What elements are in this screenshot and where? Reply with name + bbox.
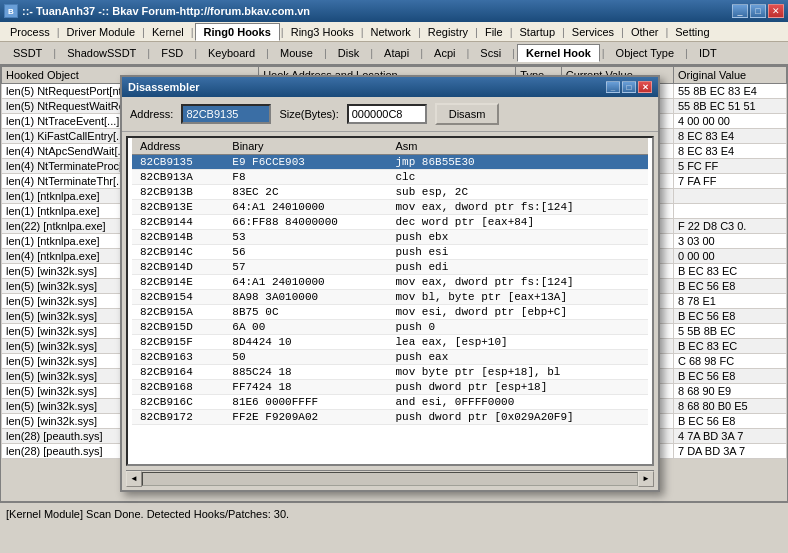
- disasm-row[interactable]: 82CB913E64:A1 24010000mov eax, dword ptr…: [132, 200, 648, 215]
- menu-registry[interactable]: Registry: [422, 24, 474, 40]
- dialog-close-button[interactable]: ✕: [638, 81, 652, 93]
- close-button[interactable]: ✕: [768, 4, 784, 18]
- toolbar-row1: SSDT | ShadowSSDT | FSD | Keyboard | Mou…: [0, 42, 788, 65]
- menu-bar: Process | Driver Module | Kernel | Ring0…: [0, 22, 788, 42]
- col-original-value: Original Value: [673, 67, 786, 84]
- menu-driver-module[interactable]: Driver Module: [61, 24, 141, 40]
- disasm-row[interactable]: 82CB9164885C24 18mov byte ptr [esp+18], …: [132, 365, 648, 380]
- menu-services[interactable]: Services: [566, 24, 620, 40]
- title-bar-controls: _ □ ✕: [732, 4, 784, 18]
- menu-startup[interactable]: Startup: [514, 24, 561, 40]
- disasm-row[interactable]: 82CB9135E9 F6CCE903jmp 86B55E30: [132, 155, 648, 170]
- status-bar: [Kernel Module] Scan Done. Detected Hook…: [0, 502, 788, 524]
- dialog-title-bar: Disassembler _ □ ✕: [122, 77, 658, 97]
- dialog-title-controls: _ □ ✕: [606, 81, 652, 93]
- dialog-title-text: Disassembler: [128, 81, 200, 93]
- disasm-row[interactable]: 82CB916C81E6 0000FFFFand esi, 0FFFF0000: [132, 395, 648, 410]
- disasm-row[interactable]: 82CB9172FF2E F9209A02push dword ptr [0x0…: [132, 410, 648, 425]
- disasm-col-binary: Binary: [224, 138, 387, 155]
- tab-keyboard[interactable]: Keyboard: [199, 44, 264, 62]
- tab-ssdt[interactable]: SSDT: [4, 44, 51, 62]
- horizontal-scrollbar[interactable]: ◄ ►: [126, 470, 654, 486]
- dialog-maximize-button[interactable]: □: [622, 81, 636, 93]
- scroll-left-button[interactable]: ◄: [126, 471, 142, 487]
- disasm-row[interactable]: 82CB914C56push esi: [132, 245, 648, 260]
- disasm-row[interactable]: 82CB914E64:A1 24010000mov eax, dword ptr…: [132, 275, 648, 290]
- disasm-col-address: Address: [132, 138, 224, 155]
- scroll-right-button[interactable]: ►: [638, 471, 654, 487]
- disasm-row[interactable]: 82CB914D57push edi: [132, 260, 648, 275]
- tab-object-type[interactable]: Object Type: [607, 44, 684, 62]
- address-label: Address:: [130, 108, 173, 120]
- menu-network[interactable]: Network: [365, 24, 417, 40]
- address-input[interactable]: [181, 104, 271, 124]
- menu-ring3-hooks[interactable]: Ring3 Hooks: [285, 24, 360, 40]
- scrollbar-track[interactable]: [142, 472, 638, 486]
- disasm-col-asm: Asm: [387, 138, 648, 155]
- window-title: ::- TuanAnh37 -:: Bkav Forum-http://foru…: [22, 5, 310, 17]
- minimize-button[interactable]: _: [732, 4, 748, 18]
- dialog-toolbar: Address: Size(Bytes): Disasm: [122, 97, 658, 132]
- disasm-row[interactable]: 82CB91548A98 3A010000mov bl, byte ptr [e…: [132, 290, 648, 305]
- menu-kernel[interactable]: Kernel: [146, 24, 190, 40]
- menu-ring0-hooks[interactable]: Ring0 Hooks: [195, 23, 280, 41]
- tab-kernel-hook[interactable]: Kernel Hook: [517, 44, 600, 62]
- size-input[interactable]: [347, 104, 427, 124]
- tab-idt[interactable]: IDT: [690, 44, 726, 62]
- tab-disk[interactable]: Disk: [329, 44, 368, 62]
- disasm-table: Address Binary Asm 82CB9135E9 F6CCE903jm…: [132, 138, 648, 425]
- disasm-row[interactable]: 82CB916350push eax: [132, 350, 648, 365]
- disasm-row[interactable]: 82CB915F8D4424 10lea eax, [esp+10]: [132, 335, 648, 350]
- disassembler-dialog: Disassembler _ □ ✕ Address: Size(Bytes):…: [120, 75, 660, 492]
- menu-file[interactable]: File: [479, 24, 509, 40]
- menu-other[interactable]: Other: [625, 24, 665, 40]
- menu-setting[interactable]: Setting: [669, 24, 715, 40]
- disasm-row[interactable]: 82CB915A8B75 0Cmov esi, dword ptr [ebp+C…: [132, 305, 648, 320]
- size-label: Size(Bytes):: [279, 108, 338, 120]
- disasm-row[interactable]: 82CB913B83EC 2Csub esp, 2C: [132, 185, 648, 200]
- tab-acpi[interactable]: Acpi: [425, 44, 464, 62]
- disasm-row[interactable]: 82CB914B53push ebx: [132, 230, 648, 245]
- disasm-row[interactable]: 82CB9168FF7424 18push dword ptr [esp+18]: [132, 380, 648, 395]
- dialog-minimize-button[interactable]: _: [606, 81, 620, 93]
- disasm-row[interactable]: 82CB915D6A 00push 0: [132, 320, 648, 335]
- tab-scsi[interactable]: Scsi: [471, 44, 510, 62]
- menu-process[interactable]: Process: [4, 24, 56, 40]
- disasm-row[interactable]: 82CB914466:FF88 84000000dec word ptr [ea…: [132, 215, 648, 230]
- tab-fsd[interactable]: FSD: [152, 44, 192, 62]
- maximize-button[interactable]: □: [750, 4, 766, 18]
- app-icon: B: [4, 4, 18, 18]
- tab-shadowssdt[interactable]: ShadowSSDT: [58, 44, 145, 62]
- disasm-row[interactable]: 82CB913AF8clc: [132, 170, 648, 185]
- disasm-button[interactable]: Disasm: [435, 103, 500, 125]
- title-bar-left: B ::- TuanAnh37 -:: Bkav Forum-http://fo…: [4, 4, 310, 18]
- tab-mouse[interactable]: Mouse: [271, 44, 322, 62]
- tab-atapi[interactable]: Atapi: [375, 44, 418, 62]
- disasm-table-container[interactable]: Address Binary Asm 82CB9135E9 F6CCE903jm…: [126, 136, 654, 466]
- title-bar: B ::- TuanAnh37 -:: Bkav Forum-http://fo…: [0, 0, 788, 22]
- status-text: [Kernel Module] Scan Done. Detected Hook…: [6, 508, 289, 520]
